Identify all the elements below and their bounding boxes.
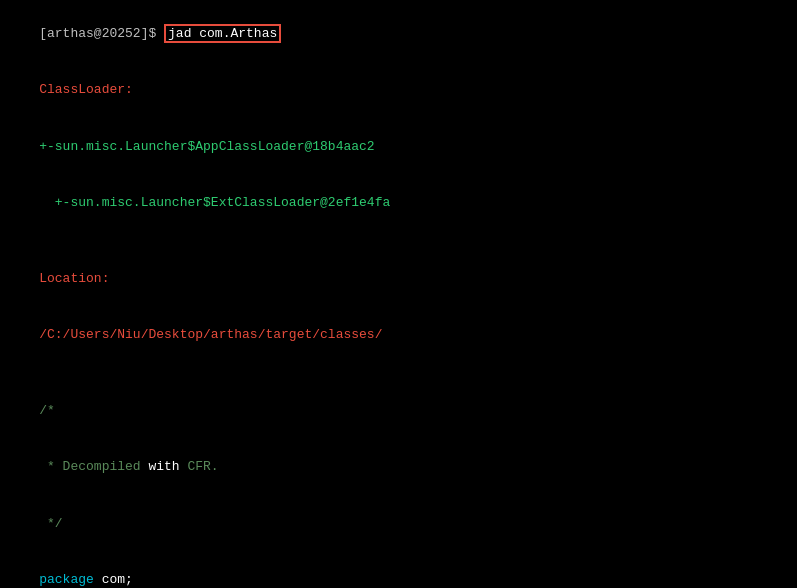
blank-line-1 (8, 232, 789, 251)
classloader-line1: +-sun.misc.Launcher$AppClassLoader@18b4a… (8, 119, 789, 176)
comment-line-3: */ (8, 496, 789, 553)
comment-line-2: * Decompiled with CFR. (8, 439, 789, 496)
location-path: /C:/Users/Niu/Desktop/arthas/target/clas… (8, 308, 789, 365)
blank-line-2 (8, 364, 789, 383)
location-header: Location: (8, 251, 789, 308)
classloader-line2: +-sun.misc.Launcher$ExtClassLoader@2ef1e… (8, 176, 789, 233)
command-text: jad com.Arthas (164, 24, 281, 43)
prompt-line: [arthas@20252]$ jad com.Arthas (8, 6, 789, 63)
prompt-text: [arthas@20252]$ (39, 26, 164, 41)
classloader-header: ClassLoader: (8, 63, 789, 120)
comment-line-1: /* (8, 383, 789, 440)
package-line: package com; (8, 552, 789, 588)
terminal-window: [arthas@20252]$ jad com.Arthas ClassLoad… (0, 0, 797, 588)
